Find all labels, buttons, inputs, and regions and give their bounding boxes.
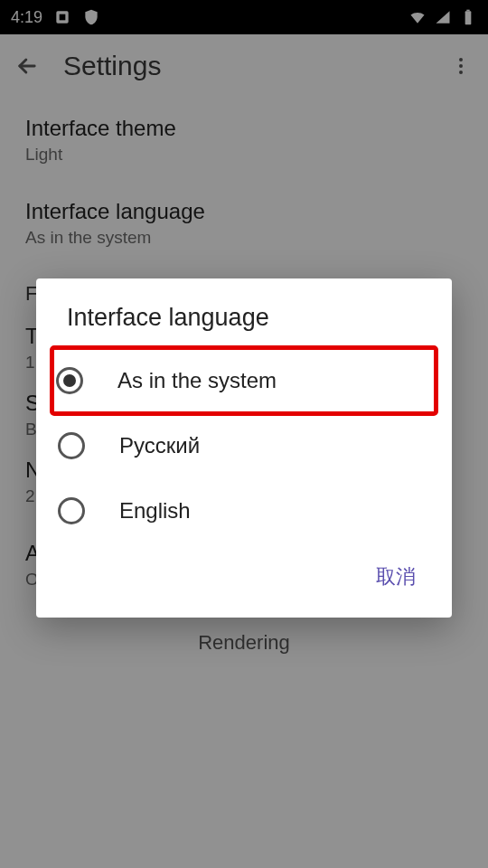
language-option-label: As in the system (117, 368, 277, 393)
language-option-label: Русский (119, 433, 200, 458)
language-option-system[interactable]: As in the system (52, 348, 436, 413)
screen: 4:19 Settings (0, 0, 488, 868)
language-option-russian[interactable]: Русский (36, 413, 452, 478)
radio-icon (58, 432, 85, 459)
radio-icon (56, 367, 83, 394)
language-dialog: Interface language As in the system Русс… (36, 278, 452, 618)
radio-icon (58, 497, 85, 524)
language-option-label: English (119, 498, 191, 524)
dialog-title: Interface language (36, 278, 452, 348)
language-option-english[interactable]: English (36, 478, 452, 543)
cancel-button[interactable]: 取消 (367, 556, 425, 598)
dialog-actions: 取消 (36, 543, 452, 609)
